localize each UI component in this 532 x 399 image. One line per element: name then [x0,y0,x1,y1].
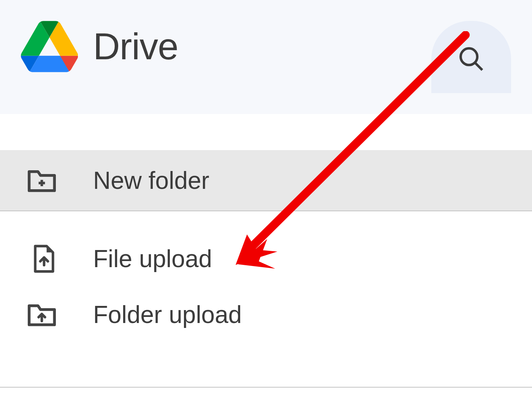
file-upload-label: File upload [93,245,212,273]
folder-upload-icon [27,301,57,328]
folder-upload-label: Folder upload [93,301,242,329]
file-upload-menu-item[interactable]: File upload [0,230,532,287]
file-upload-icon [32,244,57,274]
bottom-divider [0,387,532,388]
new-folder-label: New folder [93,166,209,195]
upload-section: File upload Folder upload [0,211,532,350]
drive-logo-icon [21,21,78,72]
folder-upload-menu-item[interactable]: Folder upload [0,287,532,342]
logo-container[interactable]: Drive [21,21,178,72]
svg-point-0 [461,48,477,65]
context-menu: New folder File upload Folder uplo [0,150,532,350]
search-button[interactable] [431,21,511,93]
search-icon [458,46,484,72]
new-folder-menu-item[interactable]: New folder [0,150,532,211]
new-folder-icon [27,166,57,195]
header: Drive [0,0,532,114]
svg-line-1 [475,63,482,70]
app-title: Drive [93,25,178,68]
